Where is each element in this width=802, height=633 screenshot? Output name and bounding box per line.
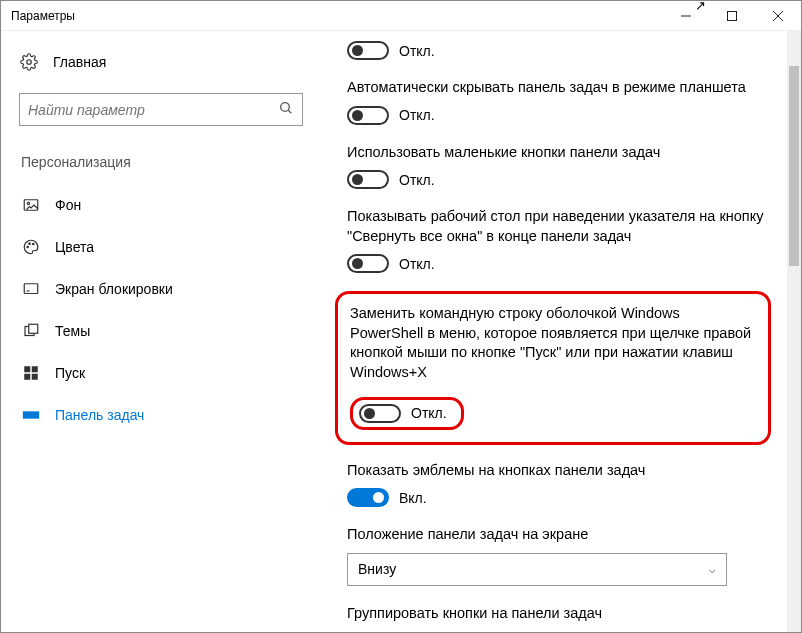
sidebar-item-label: Фон — [55, 197, 81, 213]
search-field[interactable] — [28, 102, 278, 118]
titlebar: Параметры — [1, 1, 801, 31]
toggle-state: Откл. — [399, 256, 435, 272]
maximize-button[interactable] — [709, 1, 755, 31]
setting-label: Заменить командную строку оболочкой Wind… — [350, 304, 756, 382]
setting-peek-desktop: Показывать рабочий стол при наведении ук… — [347, 207, 791, 273]
sidebar-item-label: Темы — [55, 323, 90, 339]
sidebar-home-label: Главная — [53, 54, 106, 70]
svg-point-9 — [27, 246, 29, 248]
svg-rect-1 — [728, 11, 737, 20]
svg-point-5 — [281, 103, 290, 112]
toggle-state: Откл. — [399, 43, 435, 59]
position-select[interactable]: Внизу ⌵ — [347, 553, 727, 586]
start-icon — [21, 364, 41, 382]
toggle-switch[interactable] — [359, 404, 401, 423]
sidebar-group-header: Персонализация — [19, 154, 303, 170]
setting-small-buttons: Использовать маленькие кнопки панели зад… — [347, 143, 791, 190]
sidebar-item-themes[interactable]: Темы — [19, 310, 303, 352]
chevron-down-icon: ⌵ — [709, 563, 716, 576]
svg-point-11 — [33, 243, 35, 245]
sidebar-item-label: Экран блокировки — [55, 281, 173, 297]
setting-label: Использовать маленькие кнопки панели зад… — [347, 143, 769, 163]
setting-autohide-tablet: Автоматически скрывать панель задач в ре… — [347, 78, 791, 125]
lockscreen-icon — [21, 280, 41, 298]
toggle-switch[interactable] — [347, 170, 389, 189]
palette-icon — [21, 238, 41, 256]
themes-icon — [21, 322, 41, 340]
svg-point-8 — [27, 202, 29, 204]
scrollbar-thumb[interactable] — [789, 66, 799, 266]
sidebar-home[interactable]: Главная — [19, 49, 303, 75]
search-input[interactable] — [19, 93, 303, 126]
toggle-state: Вкл. — [399, 490, 427, 506]
svg-line-6 — [288, 110, 291, 113]
setting-badges: Показать эмблемы на кнопках панели задач… — [347, 461, 791, 508]
setting-label: Группировать кнопки на панели задач — [347, 604, 769, 624]
sidebar-item-label: Цвета — [55, 239, 94, 255]
svg-rect-20 — [24, 412, 39, 418]
sidebar-item-label: Пуск — [55, 365, 85, 381]
highlighted-setting: Заменить командную строку оболочкой Wind… — [335, 291, 771, 444]
svg-rect-12 — [24, 284, 38, 294]
sidebar-item-colors[interactable]: Цвета — [19, 226, 303, 268]
sidebar-item-taskbar[interactable]: Панель задач — [19, 394, 303, 436]
scrollbar-track[interactable] — [787, 31, 801, 632]
svg-point-4 — [27, 60, 32, 65]
sidebar-item-start[interactable]: Пуск — [19, 352, 303, 394]
toggle-switch[interactable] — [347, 488, 389, 507]
setting-taskbar-position: Положение панели задач на экране Внизу ⌵ — [347, 525, 791, 586]
svg-rect-19 — [32, 374, 38, 380]
setting-label: Автоматически скрывать панель задач в ре… — [347, 78, 769, 98]
sidebar-item-background[interactable]: Фон — [19, 184, 303, 226]
setting-group-buttons: Группировать кнопки на панели задач — [347, 604, 791, 624]
close-button[interactable] — [755, 1, 801, 31]
taskbar-icon — [21, 406, 41, 424]
setting-powershell-replace: Заменить командную строку оболочкой Wind… — [350, 304, 756, 429]
toggle-state: Откл. — [399, 107, 435, 123]
sidebar-item-label: Панель задач — [55, 407, 144, 423]
svg-rect-15 — [29, 324, 38, 333]
search-icon — [278, 100, 294, 119]
svg-rect-17 — [32, 366, 38, 372]
svg-rect-18 — [24, 374, 30, 380]
toggle-switch[interactable] — [347, 106, 389, 125]
svg-point-10 — [29, 243, 31, 245]
sidebar: Главная Персонализация Фон Цвета Э — [1, 31, 321, 632]
window-title: Параметры — [11, 9, 75, 23]
setting-label: Показывать рабочий стол при наведении ук… — [347, 207, 769, 246]
setting-lock-taskbar-partial: Откл. — [347, 41, 791, 60]
sidebar-item-lockscreen[interactable]: Экран блокировки — [19, 268, 303, 310]
select-value: Внизу — [358, 561, 396, 577]
gear-icon — [19, 53, 39, 71]
svg-rect-13 — [27, 291, 30, 292]
cursor-icon: ↗ — [695, 0, 706, 13]
toggle-state: Откл. — [411, 405, 447, 421]
picture-icon — [21, 196, 41, 214]
setting-label: Положение панели задач на экране — [347, 525, 769, 545]
svg-rect-16 — [24, 366, 30, 372]
toggle-state: Откл. — [399, 172, 435, 188]
content-area: Откл. Автоматически скрывать панель зада… — [321, 31, 801, 632]
setting-label: Показать эмблемы на кнопках панели задач — [347, 461, 769, 481]
toggle-switch[interactable] — [347, 41, 389, 60]
toggle-switch[interactable] — [347, 254, 389, 273]
